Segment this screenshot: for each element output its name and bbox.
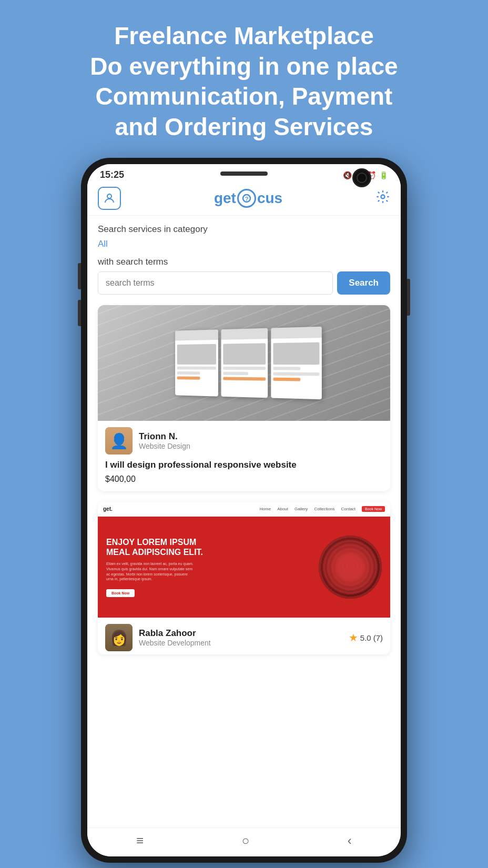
bottom-nav: ≡ ○ ‹	[87, 827, 401, 856]
phone-wrapper: 15:25 🔇 📶 ⏰ 🔋 get	[0, 158, 488, 863]
seller-name-2: Rabla Zahoor	[139, 628, 342, 639]
card-title-1: I will design professional responsive we…	[98, 458, 390, 473]
img2-cta-button: Book Now	[106, 589, 135, 597]
service-card-2[interactable]: get. Home About Gallery Collections Cont…	[98, 502, 390, 654]
category-all-filter[interactable]: All	[98, 239, 390, 249]
back-icon[interactable]: ‹	[348, 833, 352, 848]
hero-section: Freelance Marketplace Do everything in o…	[0, 0, 488, 153]
app-logo: get ? cus	[214, 189, 282, 208]
mockup-page-3	[271, 327, 322, 399]
mockup-page-1	[175, 329, 218, 396]
logo-text-cus: cus	[257, 190, 282, 207]
battery-icon: 🔋	[379, 171, 388, 179]
img2-desc: Etiam ex velit, gravida non laoreet ac, …	[106, 561, 319, 582]
img2-book-button: Book Now	[362, 506, 385, 512]
search-button[interactable]: Search	[337, 271, 390, 295]
seller-category-2: Website Development	[139, 639, 342, 647]
service-card-2-image: get. Home About Gallery Collections Cont…	[98, 502, 390, 618]
img2-food-image	[319, 536, 382, 599]
search-row: Search	[98, 271, 390, 295]
user-profile-button[interactable]	[98, 187, 121, 210]
seller-name-1: Trionn N.	[139, 431, 383, 442]
hero-line4: and Ordering Services	[115, 113, 373, 140]
rating-score: 5.0	[360, 633, 371, 642]
seller-avatar-2	[105, 624, 133, 651]
seller-row-2: Rabla Zahoor Website Development ★ 5.0 (…	[98, 618, 390, 654]
rating-count: (7)	[373, 633, 383, 642]
phone-speaker	[220, 171, 268, 176]
volume-up-button	[78, 263, 81, 289]
seller-category-1: Website Design	[139, 442, 383, 450]
phone-screen: 15:25 🔇 📶 ⏰ 🔋 get	[87, 164, 401, 856]
svg-point-0	[107, 194, 111, 198]
mockup-page-2	[221, 328, 268, 398]
seller-avatar-1	[105, 427, 133, 455]
status-time: 15:25	[100, 169, 124, 180]
menu-icon[interactable]: ≡	[136, 833, 144, 848]
img2-hero: ENJOY LOREM IPSUMMEAL ADIPISCING ELIT. E…	[98, 517, 390, 618]
phone-frame: 15:25 🔇 📶 ⏰ 🔋 get	[81, 158, 407, 863]
svg-point-3	[381, 195, 385, 198]
seller-info-2: Rabla Zahoor Website Development	[139, 628, 342, 647]
seller-info-1: Trionn N. Website Design	[139, 431, 383, 450]
service-card-1-image	[98, 305, 390, 421]
img2-title: ENJOY LOREM IPSUMMEAL ADIPISCING ELIT.	[106, 537, 319, 557]
power-button	[407, 279, 410, 316]
app-header: get ? cus	[87, 183, 401, 216]
service-card-1[interactable]: Trionn N. Website Design I will design p…	[98, 305, 390, 491]
img2-nav: get. Home About Gallery Collections Cont…	[98, 502, 390, 517]
volume-down-button	[78, 300, 81, 326]
content-area[interactable]: Search services in category All with sea…	[87, 216, 401, 827]
card-price-1: $400,00	[98, 473, 390, 491]
star-icon: ★	[349, 631, 358, 644]
img2-text-block: ENJOY LOREM IPSUMMEAL ADIPISCING ELIT. E…	[106, 537, 319, 598]
hero-line2: Do everything in one place	[90, 53, 398, 80]
search-input[interactable]	[98, 271, 333, 295]
settings-button[interactable]	[375, 189, 390, 208]
logo-focus-icon: ?	[237, 189, 256, 208]
hero-line3: Communication, Payment	[96, 83, 393, 110]
logo-text-get: get	[214, 190, 236, 207]
star-rating-2: ★ 5.0 (7)	[349, 631, 383, 644]
category-section-label: Search services in category	[98, 224, 390, 235]
seller-row-1: Trionn N. Website Design	[98, 421, 390, 458]
phone-camera	[352, 168, 371, 187]
search-section-label: with search terms	[98, 257, 390, 267]
mute-icon: 🔇	[343, 171, 352, 179]
home-icon[interactable]: ○	[242, 833, 250, 848]
hero-line1: Freelance Marketplace	[114, 22, 374, 49]
img2-logo: get.	[103, 506, 113, 512]
svg-text:?: ?	[245, 196, 249, 202]
